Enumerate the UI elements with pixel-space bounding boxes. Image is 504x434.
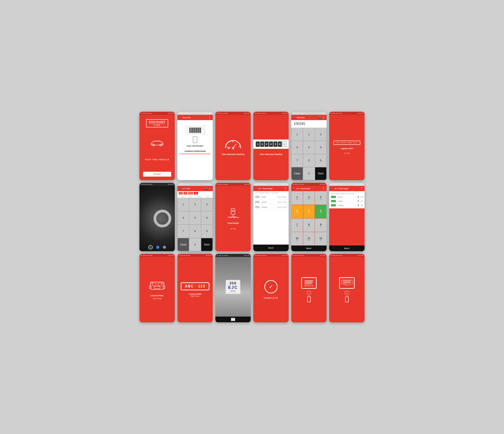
dot-cell-252: 252 (194, 192, 198, 194)
dot-key-4[interactable]: 4 (177, 211, 189, 225)
dot-key-9[interactable]: 9 (201, 225, 213, 238)
tread-cell-4[interactable]: 4/32 (291, 205, 303, 218)
tread-cell-7[interactable]: 7/32 (291, 218, 303, 232)
more-options-icon-10[interactable]: ⋮ (284, 187, 287, 190)
tread-green-red-spacer (329, 208, 365, 245)
tread-row-center[interactable]: Center Select Value (253, 199, 289, 205)
tread-select-body: SET TREAD DEPTH VALUES Inside Select Val… (253, 191, 289, 251)
key-0[interactable]: 0 (303, 167, 315, 180)
screen-tread-depth-grid: No SIM, No Service 10:31 AM 🚗 LF - Tread… (291, 183, 327, 251)
experiences-logo-line1: DISCOUNT (343, 280, 351, 283)
tread-row-label-outside: Outside (261, 206, 275, 208)
tread-grid-header: 🚗 LF - Tread Depth ⋮ (291, 186, 327, 191)
dot-capture-body: DOT MK87 FOWR 4108 Capture DOT LF Tire (329, 115, 365, 180)
tread-cell-11[interactable]: 11/32 (303, 232, 315, 245)
more-options-icon-11[interactable]: ⋮ (322, 187, 325, 190)
key-2[interactable]: 2 (303, 128, 315, 141)
screen-tread-depth-icon: No SIM, No Service 10:31 AM Tread Depth … (215, 183, 251, 251)
screen-license-plate-camera: No SIM, No Service 10:31 AM 350 EJC Minn… (215, 254, 251, 322)
tablet-line-1 (305, 280, 313, 281)
status-right-10: 10:31 AM (282, 184, 287, 185)
screen-tread-depth-green: No SIM, No Service 10:31 AM 🚗 LF - Tread… (329, 183, 365, 251)
lp-camera-shutter-icon[interactable] (231, 318, 235, 321)
more-options-icon-5[interactable]: ⋮ (322, 116, 325, 119)
dot-key-8[interactable]: 8 (189, 225, 201, 238)
barcode-line (197, 127, 198, 133)
number-keypad: 1 2 3 4 5 6 7 8 9 Clear 0 Next (291, 128, 327, 180)
tread-next-button[interactable]: Next (253, 244, 289, 251)
tread-green-body: SET TREAD DEPTH VALUES Inside 8 /32 Cent… (329, 191, 365, 251)
car-small-icon: 🚗 (179, 116, 182, 119)
tablet-line-4 (305, 284, 312, 284)
status-left-6: No SIM, No Service (331, 113, 342, 114)
license-plate-text-sublabel: Take Photo (191, 295, 199, 297)
dot-key-2[interactable]: 2 (189, 198, 201, 211)
key-9[interactable]: 9 (315, 154, 327, 167)
key-8[interactable]: 8 (303, 154, 315, 167)
car-small-icon-5: 🚗 (293, 116, 296, 119)
tread-depth-icon (225, 208, 241, 218)
status-right-12: 10:31 AM (358, 184, 363, 185)
camera-icon-5[interactable]: 📷 (319, 116, 321, 119)
dot-key-0[interactable]: 0 (189, 238, 201, 252)
tread-green-row-outside: Outside 8 /32 (331, 203, 363, 208)
key-next[interactable]: Next (315, 167, 327, 180)
tread-grid-next-button[interactable]: Next (291, 245, 327, 251)
license-plate-photo-area: 350 EJC Minnesota 10,000 lakes (215, 257, 251, 316)
key-5[interactable]: 5 (303, 141, 315, 154)
odometer-header-title: Odometer (297, 117, 305, 118)
more-options-icon[interactable]: ⋮ (208, 116, 211, 119)
car-small-icon-8: 🚗 (179, 187, 182, 190)
tread-cell-2[interactable]: 2/32 (303, 191, 315, 205)
camera-shutter-icon[interactable]: 📷 (148, 245, 153, 249)
tread-section-title: SET TREAD DEPTH VALUES (253, 191, 289, 194)
license-plate-car-icon (148, 280, 166, 291)
more-options-icon-8[interactable]: ⋮ (208, 187, 211, 190)
tread-cell-5[interactable]: 5/32 (303, 205, 315, 218)
key-3[interactable]: 3 (315, 128, 327, 141)
key-7[interactable]: 7 (291, 154, 303, 167)
screen-scan-vin: No SIM, No Service 10:31 AM 🚗 Scan VIN ⋮ (177, 112, 213, 180)
dot-key-5[interactable]: 5 (189, 211, 201, 225)
tread-row-inside[interactable]: Inside Select Value (253, 194, 289, 199)
header-left-12: 🚗 LF - Tread Depth (331, 187, 348, 190)
key-6[interactable]: 6 (315, 141, 327, 154)
more-options-icon-12[interactable]: ⋮ (360, 187, 363, 190)
key-1[interactable]: 1 (291, 128, 303, 141)
odometer-input[interactable]: 100345 (291, 120, 327, 128)
tread-row-outside[interactable]: Outside Select Value (253, 205, 289, 210)
tread-cell-1[interactable]: 1/32 (291, 191, 303, 205)
camera-icon-8[interactable]: 📷 (205, 187, 207, 190)
tread-cell-8[interactable]: 8/32 (303, 218, 315, 232)
key-4[interactable]: 4 (291, 141, 303, 154)
tread-cell-12[interactable]: 12/32 (315, 232, 327, 245)
key-clear[interactable]: Clear (291, 167, 303, 180)
car-small-icon-12: 🚗 (331, 187, 334, 190)
dot-key-6[interactable]: 6 (201, 211, 213, 225)
start-button[interactable]: START (143, 172, 171, 177)
dot-key-7[interactable]: 7 (177, 225, 189, 238)
dot-indicator-active (156, 246, 159, 249)
status-right-4: 10:31 AM (282, 113, 287, 114)
dot-key-clear[interactable]: Clear (177, 238, 189, 252)
tread-cell-6[interactable]: 6/32 (315, 205, 327, 218)
tread-green-next-button[interactable]: Next (329, 245, 365, 251)
tread-cell-9[interactable]: 9/32 (315, 218, 327, 232)
status-left-5: No SIM, No Service (293, 113, 304, 114)
status-bar-1: No SIM, No Service 10:31 AM (139, 112, 175, 115)
logo-line1: DISCOUNT (149, 120, 165, 124)
screen-odometer-keypad: No SIM, No Service 10:31 AM 🚗 Odometer 📷… (291, 112, 327, 180)
tread-green-title: LF - Tread Depth (334, 188, 348, 190)
dot-key-1[interactable]: 1 (177, 198, 189, 211)
tread-cell-10[interactable]: 10/32 (291, 232, 303, 245)
status-right-13: 10:31 AM (168, 255, 173, 256)
status-left-17: No SIM, No Service (293, 255, 304, 256)
tread-green-value-center: 8 (358, 200, 359, 202)
experiences-label: Experiences (344, 285, 349, 286)
tread-green-label-center: Center (338, 200, 356, 202)
dot-key-3[interactable]: 3 (201, 198, 213, 211)
odometer-display-label: Take Odometer Reading (260, 153, 282, 155)
header-actions: 📷 ⋮ (319, 116, 325, 119)
dot-key-next[interactable]: Next (201, 238, 213, 252)
tread-cell-3[interactable]: 3/32 (315, 191, 327, 205)
